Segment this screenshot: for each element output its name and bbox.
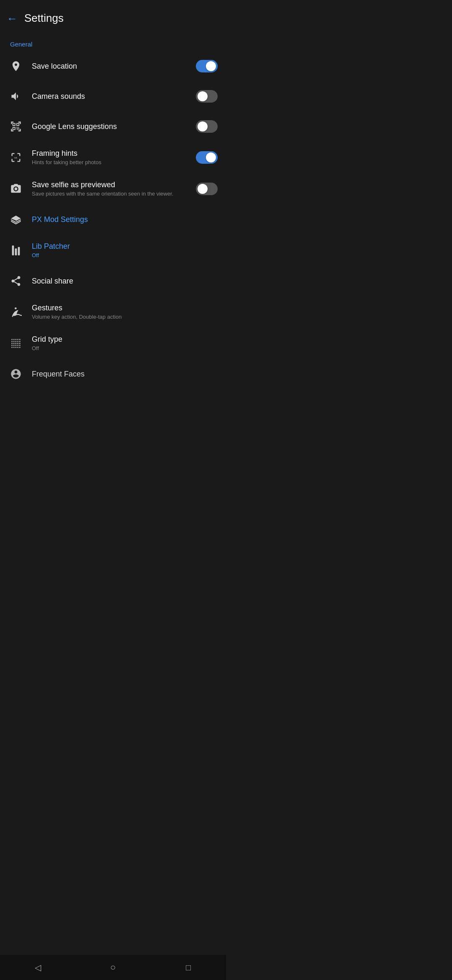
gestures-content: Gestures Volume key action, Double-tap a… (32, 304, 218, 320)
grid-icon (8, 336, 23, 351)
gestures-subtitle: Volume key action, Double-tap action (32, 314, 218, 320)
grid-type-title: Grid type (32, 335, 218, 344)
back-button[interactable]: ← (7, 13, 18, 24)
layers-icon (8, 212, 23, 227)
framing-hints-content: Framing hints Hints for taking better ph… (32, 149, 187, 165)
frequent-faces-content: Frequent Faces (32, 370, 218, 379)
lens-icon (8, 119, 23, 134)
settings-item-save-selfie[interactable]: Save selfie as previewed Save pictures w… (0, 173, 226, 204)
volume-icon (8, 89, 23, 104)
settings-item-grid-type[interactable]: Grid type Off (0, 328, 226, 359)
gesture-icon (8, 304, 23, 320)
location-icon (8, 59, 23, 74)
settings-item-px-mod[interactable]: PX Mod Settings (0, 204, 226, 235)
save-location-toggle[interactable] (196, 60, 218, 72)
face-icon (8, 366, 23, 382)
camera-sounds-content: Camera sounds (32, 92, 187, 101)
framing-icon (8, 150, 23, 165)
camera-sounds-toggle[interactable] (196, 90, 218, 103)
lib-patcher-title: Lib Patcher (32, 242, 218, 251)
share-icon (8, 273, 23, 289)
settings-item-framing-hints[interactable]: Framing hints Hints for taking better ph… (0, 142, 226, 173)
svg-rect-2 (18, 247, 20, 255)
settings-item-gestures[interactable]: Gestures Volume key action, Double-tap a… (0, 296, 226, 328)
save-selfie-toggle[interactable] (196, 183, 218, 195)
selfie-icon (8, 181, 23, 196)
google-lens-title: Google Lens suggestions (32, 122, 187, 131)
gestures-title: Gestures (32, 304, 218, 312)
section-label-general: General (0, 33, 226, 51)
bar-chart-icon (8, 243, 23, 258)
frequent-faces-title: Frequent Faces (32, 370, 218, 379)
settings-item-social-share[interactable]: Social share (0, 266, 226, 296)
svg-rect-1 (15, 248, 17, 255)
save-selfie-title: Save selfie as previewed (32, 181, 187, 189)
header: ← Settings (0, 0, 226, 33)
save-selfie-content: Save selfie as previewed Save pictures w… (32, 181, 187, 197)
social-share-content: Social share (32, 277, 218, 286)
save-location-title: Save location (32, 62, 187, 71)
settings-item-lib-patcher[interactable]: Lib Patcher Off (0, 235, 226, 266)
framing-hints-title: Framing hints (32, 149, 187, 158)
save-location-toggle-knob (206, 61, 216, 71)
svg-rect-0 (12, 245, 14, 255)
grid-type-content: Grid type Off (32, 335, 218, 351)
framing-hints-toggle[interactable] (196, 151, 218, 164)
settings-item-frequent-faces[interactable]: Frequent Faces (0, 359, 226, 389)
save-location-content: Save location (32, 62, 187, 71)
grid-type-subtitle: Off (32, 345, 218, 351)
google-lens-toggle-knob (198, 121, 208, 132)
social-share-title: Social share (32, 277, 218, 286)
px-mod-content: PX Mod Settings (32, 215, 218, 224)
lib-patcher-content: Lib Patcher Off (32, 242, 218, 258)
save-selfie-toggle-knob (198, 184, 208, 194)
px-mod-title: PX Mod Settings (32, 215, 218, 224)
google-lens-toggle[interactable] (196, 120, 218, 133)
camera-sounds-toggle-knob (198, 91, 208, 101)
settings-item-save-location[interactable]: Save location (0, 51, 226, 81)
google-lens-content: Google Lens suggestions (32, 122, 187, 131)
framing-hints-subtitle: Hints for taking better photos (32, 159, 187, 165)
camera-sounds-title: Camera sounds (32, 92, 187, 101)
lib-patcher-subtitle: Off (32, 252, 218, 258)
page-title: Settings (24, 12, 64, 25)
save-selfie-subtitle: Save pictures with the same orientation … (32, 191, 187, 197)
settings-item-camera-sounds[interactable]: Camera sounds (0, 81, 226, 111)
framing-hints-toggle-knob (206, 152, 216, 162)
settings-item-google-lens[interactable]: Google Lens suggestions (0, 111, 226, 142)
